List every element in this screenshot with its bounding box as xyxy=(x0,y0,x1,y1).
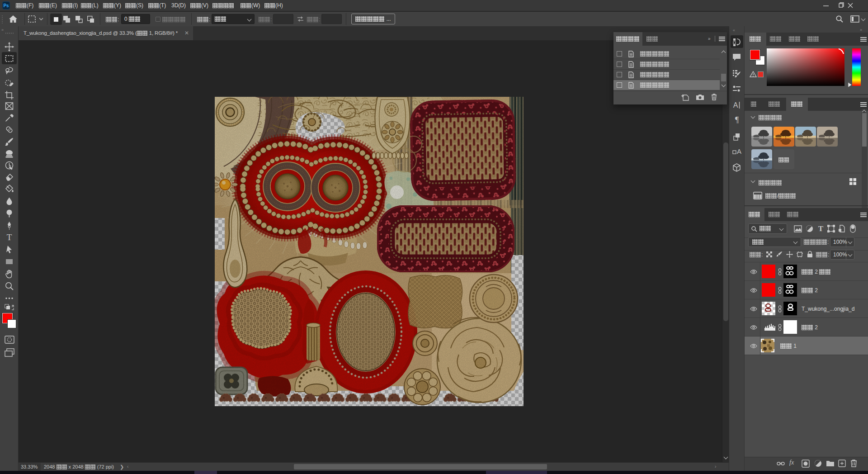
svg-text:A: A xyxy=(737,147,741,155)
svg-text:T: T xyxy=(818,225,824,232)
svg-text:A: A xyxy=(733,101,738,109)
svg-text:T: T xyxy=(7,232,12,242)
svg-text:¶: ¶ xyxy=(735,115,739,124)
